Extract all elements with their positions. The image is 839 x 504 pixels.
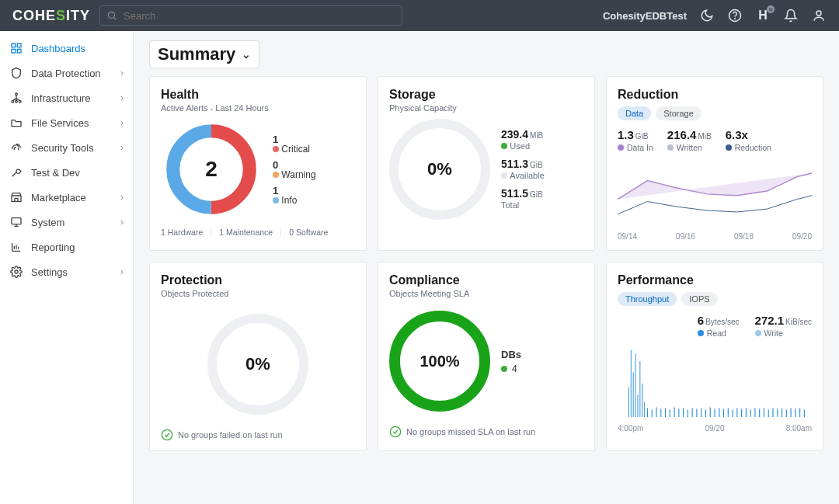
- svg-rect-6: [17, 43, 21, 47]
- performance-stats: 6Bytes/secRead272.1KiB/secWrite: [618, 314, 812, 338]
- folder-icon: [9, 116, 23, 130]
- card-title: Performance: [618, 273, 812, 287]
- svg-point-17: [162, 429, 172, 440]
- chevron-right-icon: ›: [120, 266, 124, 277]
- chart-icon: [9, 240, 23, 254]
- sidebar: DashboardsData Protection›Infrastructure…: [0, 31, 134, 504]
- chevron-right-icon: ›: [120, 117, 124, 128]
- nav-item-file-services[interactable]: File Services›: [0, 110, 133, 135]
- shield-icon: [9, 66, 23, 80]
- reduction-card[interactable]: Reduction DataStorage 1.3GiBData In216.4…: [606, 76, 823, 251]
- main-content: Summary ⌄ Health Active Alerts - Last 24…: [134, 31, 839, 504]
- health-legend: 1 Critical0 Warning1 Info: [273, 129, 316, 210]
- svg-point-0: [108, 12, 114, 18]
- chevron-right-icon: ›: [120, 68, 124, 78]
- nav-item-reporting[interactable]: Reporting: [0, 235, 133, 259]
- gear-icon: [9, 265, 23, 279]
- compliance-ring: 100%: [389, 311, 490, 412]
- logo: COHESITY: [12, 8, 90, 24]
- pill-iops[interactable]: IOPS: [681, 292, 717, 306]
- page-title-dropdown[interactable]: Summary ⌄: [149, 40, 259, 68]
- card-title: Health: [161, 88, 355, 102]
- pill-data[interactable]: Data: [618, 106, 651, 120]
- chevron-right-icon: ›: [120, 142, 124, 153]
- chevron-right-icon: ›: [120, 192, 124, 203]
- compliance-legend: DBs 4: [501, 344, 521, 379]
- top-bar: COHESITY CohesityEDBTest H⦸: [0, 0, 839, 31]
- protection-status: No groups failed on last run: [161, 429, 355, 441]
- search-box[interactable]: [99, 5, 402, 26]
- chevron-right-icon: ›: [120, 92, 124, 103]
- help-icon[interactable]: [727, 8, 743, 23]
- card-title: Compliance: [389, 273, 583, 287]
- chevron-right-icon: ›: [120, 217, 124, 228]
- svg-point-12: [16, 100, 18, 103]
- compliance-card[interactable]: Compliance Objects Meeting SLA 100% DBs …: [378, 262, 595, 451]
- reduction-stats: 1.3GiBData In216.4MiBWritten6.3xReductio…: [618, 128, 812, 152]
- nav-item-data-protection[interactable]: Data Protection›: [0, 61, 133, 85]
- svg-point-9: [16, 93, 18, 96]
- nav-item-settings[interactable]: Settings›: [0, 259, 133, 284]
- store-icon: [9, 190, 23, 204]
- performance-chart: [618, 341, 812, 419]
- bell-icon[interactable]: [783, 8, 799, 23]
- wrench-icon: [9, 165, 23, 179]
- nav-item-system[interactable]: System›: [0, 210, 133, 235]
- card-title: Reduction: [618, 88, 812, 102]
- check-circle-icon: [389, 426, 402, 438]
- card-title: Storage: [389, 88, 583, 102]
- fingerprint-icon: [9, 141, 23, 155]
- helios-icon[interactable]: H⦸: [755, 8, 771, 23]
- svg-line-1: [114, 18, 117, 20]
- cluster-name[interactable]: CohesityEDBTest: [603, 10, 687, 22]
- storage-donut: 0%: [389, 119, 490, 220]
- health-footer: 1 Hardware1 Maintenance0 Software: [161, 228, 355, 237]
- nav-item-marketplace[interactable]: Marketplace›: [0, 185, 133, 210]
- search-input[interactable]: [124, 10, 395, 22]
- infra-icon: [9, 91, 23, 105]
- nav-item-security-tools[interactable]: Security Tools›: [0, 135, 133, 160]
- svg-point-3: [735, 18, 736, 19]
- card-subtitle: Objects Meeting SLA: [389, 289, 583, 298]
- svg-rect-5: [12, 43, 16, 47]
- user-icon[interactable]: [811, 8, 827, 23]
- reduction-chart: [618, 157, 812, 227]
- pill-throughput[interactable]: Throughput: [618, 292, 677, 306]
- pill-storage[interactable]: Storage: [656, 106, 701, 120]
- health-donut: 2: [161, 119, 262, 220]
- dashboard-icon: [9, 41, 23, 55]
- top-right: CohesityEDBTest H⦸: [603, 8, 827, 23]
- card-title: Protection: [161, 273, 355, 287]
- check-circle-icon: [161, 429, 173, 441]
- system-icon: [9, 215, 23, 229]
- card-subtitle: Physical Capacity: [389, 103, 583, 113]
- protection-card[interactable]: Protection Objects Protected 0% No group…: [149, 262, 367, 451]
- storage-card[interactable]: Storage Physical Capacity 0% 239.4MiB Us…: [378, 76, 595, 251]
- search-icon: [106, 10, 117, 21]
- card-subtitle: Active Alerts - Last 24 Hours: [161, 103, 355, 113]
- svg-point-14: [15, 270, 18, 273]
- performance-pills: ThroughputIOPS: [618, 292, 812, 306]
- storage-legend: 239.4MiB Used511.3GiB Available511.5GiBT…: [501, 122, 545, 217]
- svg-point-4: [816, 11, 821, 16]
- chevron-down-icon: ⌄: [242, 48, 251, 61]
- nav-item-infrastructure[interactable]: Infrastructure›: [0, 85, 133, 110]
- nav-item-dashboards[interactable]: Dashboards: [0, 36, 133, 61]
- protection-ring: 0%: [207, 314, 308, 415]
- svg-rect-13: [12, 218, 21, 224]
- reduction-pills: DataStorage: [618, 106, 812, 120]
- health-card[interactable]: Health Active Alerts - Last 24 Hours 2 1…: [149, 76, 367, 251]
- performance-card[interactable]: Performance ThroughputIOPS 6Bytes/secRea…: [606, 262, 823, 451]
- svg-point-18: [390, 426, 400, 436]
- svg-rect-7: [12, 49, 16, 53]
- svg-rect-8: [17, 49, 21, 53]
- dark-mode-icon[interactable]: [699, 8, 715, 23]
- card-subtitle: Objects Protected: [161, 289, 355, 298]
- compliance-status: No groups missed SLA on last run: [389, 426, 583, 438]
- nav-item-test-dev[interactable]: Test & Dev: [0, 160, 133, 185]
